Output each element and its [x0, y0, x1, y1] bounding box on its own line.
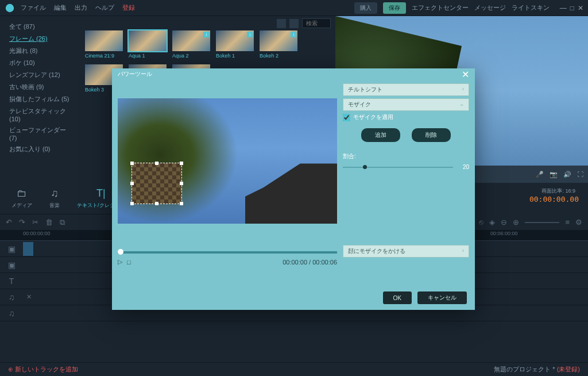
menu-register[interactable]: 登録 [122, 3, 135, 12]
play-icon[interactable]: ▷ [118, 258, 122, 266]
tilt-shift-dropdown[interactable]: チルトシフト› [343, 83, 469, 96]
download-icon[interactable]: ↓ [291, 32, 296, 37]
cancel-button[interactable]: キャンセル [417, 291, 467, 304]
playback-slider[interactable] [118, 251, 337, 254]
svg-point-0 [6, 3, 14, 11]
close-icon[interactable]: ✕ [578, 4, 583, 12]
window-controls: — □ ✕ [560, 4, 583, 12]
menu-file[interactable]: ファイル [21, 3, 46, 12]
mosaic-canvas[interactable] [118, 98, 337, 224]
crop-icon[interactable]: ⧉ [60, 218, 65, 227]
search-input[interactable] [302, 18, 331, 28]
sidebar-item[interactable]: お気に入り (0) [2, 143, 78, 155]
mosaic-dropdown[interactable]: モザイク⌄ [343, 98, 469, 111]
zoom-in-icon[interactable]: ⊕ [513, 218, 519, 227]
dialog-title: パワーツール [118, 70, 152, 78]
zoom-slider[interactable] [525, 222, 559, 223]
list-icon[interactable]: ≡ [565, 218, 570, 227]
dialog-footer: OK キャンセル [112, 291, 475, 304]
chevron-down-icon: ⌄ [459, 101, 464, 109]
sidebar-item[interactable]: 古い映画 (9) [2, 81, 78, 93]
track-icon: ▣ [0, 260, 23, 270]
app-logo [5, 3, 15, 13]
redo-icon[interactable]: ↷ [19, 218, 25, 227]
sidebar-item[interactable]: レンズフレア (12) [2, 69, 78, 81]
track-icon: ▣ [0, 244, 23, 254]
grid-view-icon[interactable] [277, 19, 286, 28]
category-sidebar: 全て (87) フレーム (26) 光漏れ (8) ボケ (10) レンズフレア… [0, 16, 80, 183]
apply-mosaic-checkbox[interactable]: モザイクを適用 [343, 113, 469, 121]
effect-thumb[interactable]: Aqua 1 [129, 30, 167, 59]
sidebar-item[interactable]: ボケ (10) [2, 57, 78, 69]
settings-icon[interactable]: ⚙ [575, 218, 582, 227]
topbar: ファイル 編集 出力 ヘルプ 登録 購入 保存 エフェクトセンター メッセージ … [0, 0, 588, 16]
project-name: 無題のプロジェクト * (未登録) [494, 365, 580, 374]
add-button[interactable]: 追加 [361, 128, 400, 142]
main-menu: ファイル 編集 出力 ヘルプ 登録 [21, 3, 135, 12]
delete-icon[interactable]: 🗑 [45, 218, 53, 227]
timecode-display: 00:00:00.00 [529, 195, 579, 204]
ratio-label: 割合: [343, 152, 469, 160]
track-icon: ♫ [0, 293, 23, 302]
camera-icon[interactable]: 📷 [550, 171, 558, 178]
folder-icon: 🗀 [17, 187, 27, 199]
chevron-right-icon: › [462, 247, 464, 255]
zoom-out-icon[interactable]: ⊖ [501, 218, 507, 227]
effect-thumb[interactable]: ↓Bokeh 1 [216, 30, 254, 59]
sidebar-item[interactable]: ビューファインダー (7) [2, 124, 78, 143]
fullscreen-icon[interactable]: ⛶ [577, 171, 583, 178]
chevron-right-icon: › [462, 86, 464, 94]
minimize-icon[interactable]: — [560, 4, 567, 12]
dialog-preview: ▷ □ 00:00:00 / 00:00:06 [118, 81, 337, 287]
music-icon: ♫ [51, 187, 59, 199]
statusbar: 新しいトラックを追加 無題のプロジェクト * (未登録) [0, 362, 588, 376]
lightskin-link[interactable]: ライトスキン [512, 3, 550, 12]
close-icon[interactable]: ✕ [462, 69, 469, 80]
stop-icon[interactable]: □ [127, 259, 131, 266]
sidebar-item[interactable]: テレビスタティック (10) [2, 105, 78, 124]
menu-edit[interactable]: 編集 [54, 3, 67, 12]
tab-media[interactable]: 🗀メディア [11, 187, 32, 209]
mic-icon[interactable]: 🎤 [536, 171, 544, 178]
face-mosaic-dropdown[interactable]: 顔にモザイクをかける› [343, 245, 469, 258]
effects-center-link[interactable]: エフェクトセンター [412, 3, 469, 12]
effect-thumb[interactable]: Cinema 21:9 [85, 30, 123, 59]
menu-help[interactable]: ヘルプ [95, 3, 114, 12]
ratio-value: 20 [457, 164, 469, 170]
dialog-controls: チルトシフト› モザイク⌄ モザイクを適用 追加 削除 割合: 20 顔にモザイ… [343, 81, 469, 287]
ratio-slider[interactable] [343, 167, 453, 168]
sidebar-item[interactable]: 全て (87) [2, 21, 78, 33]
buy-button[interactable]: 購入 [354, 2, 377, 14]
tab-music[interactable]: ♫音楽 [49, 187, 60, 209]
message-link[interactable]: メッセージ [474, 3, 506, 12]
split-icon[interactable]: ⎋ [479, 218, 483, 227]
list-view-icon[interactable] [289, 19, 299, 28]
aspect-label: 画面比率: 16:9 [529, 187, 575, 195]
track-icon: T [0, 277, 23, 286]
ok-button[interactable]: OK [383, 291, 412, 304]
menu-output[interactable]: 出力 [75, 3, 87, 12]
undo-icon[interactable]: ↶ [6, 218, 12, 227]
marker-icon[interactable]: ◈ [489, 218, 495, 227]
cut-icon[interactable]: ✂ [32, 218, 38, 227]
text-icon: T| [96, 187, 106, 199]
topbar-right: 購入 保存 エフェクトセンター メッセージ ライトスキン — □ ✕ [354, 2, 583, 14]
save-button[interactable]: 保存 [383, 2, 406, 14]
add-track-button[interactable]: 新しいトラックを追加 [8, 365, 78, 374]
track-icon: ♫ [0, 309, 23, 318]
download-icon[interactable]: ↓ [203, 32, 209, 37]
volume-icon[interactable]: 🔊 [563, 171, 571, 178]
maximize-icon[interactable]: □ [570, 4, 574, 12]
sidebar-item[interactable]: 損傷したフィルム (5) [2, 93, 78, 105]
mosaic-region[interactable] [131, 163, 182, 204]
effect-thumb[interactable]: ↓Bokeh 2 [260, 30, 297, 59]
dialog-titlebar[interactable]: パワーツール ✕ [112, 68, 475, 80]
delete-button[interactable]: 削除 [412, 128, 451, 142]
sidebar-item[interactable]: フレーム (26) [2, 33, 78, 45]
clip[interactable] [23, 242, 33, 256]
effect-thumb[interactable]: ↓Aqua 2 [172, 30, 210, 59]
playback-time: 00:00:00 / 00:00:06 [283, 259, 337, 266]
sidebar-item[interactable]: 光漏れ (8) [2, 45, 78, 57]
download-icon[interactable]: ↓ [247, 32, 253, 37]
power-tool-dialog: パワーツール ✕ ▷ □ 00:00:00 / 00:00:06 チルトシフト›… [112, 68, 475, 310]
